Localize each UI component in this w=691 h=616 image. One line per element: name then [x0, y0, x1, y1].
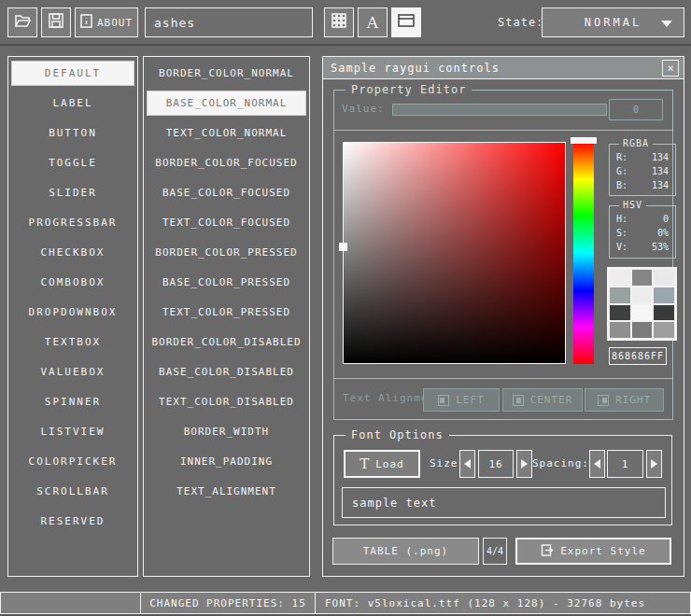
h-label: H:: [616, 214, 628, 224]
v-value: 53%: [652, 242, 669, 252]
font-load-button[interactable]: T Load: [344, 450, 420, 478]
properties-list-item[interactable]: BASE_COLOR_NORMAL: [147, 91, 306, 116]
properties-list-item[interactable]: BORDER_COLOR_FOCUSED: [147, 150, 306, 175]
property-editor-group-label: Property Editor: [346, 83, 472, 96]
grid-icon: [331, 12, 347, 33]
color-swatch[interactable]: [654, 287, 674, 303]
b-value: 134: [652, 180, 669, 190]
properties-list-item[interactable]: INNER_PADDING: [147, 449, 306, 474]
controls-list-item[interactable]: TOGGLE: [11, 150, 134, 175]
font-view-button[interactable]: A: [358, 7, 388, 37]
style-table-view-button[interactable]: [324, 7, 354, 37]
properties-list-item[interactable]: TEXT_COLOR_FOCUSED: [147, 210, 306, 235]
color-swatch[interactable]: [610, 305, 630, 321]
font-size-value[interactable]: 16: [478, 450, 514, 478]
properties-list-item[interactable]: BASE_COLOR_FOCUSED: [147, 180, 306, 205]
color-picker-panel[interactable]: [343, 142, 566, 364]
controls-list-item[interactable]: COMBOBOX: [11, 270, 134, 295]
controls-list-item[interactable]: RESERVED: [11, 509, 134, 534]
g-value: 134: [652, 166, 669, 176]
font-options-group-label: Font Options: [346, 428, 449, 441]
export-icon: [541, 543, 554, 560]
font-options-group: Font Options T Load Size: 16 Spacing: 1 …: [333, 435, 672, 525]
about-button-label: ABOUT: [97, 17, 133, 29]
properties-list-item[interactable]: BORDER_COLOR_PRESSED: [147, 240, 306, 265]
color-swatch[interactable]: [632, 270, 653, 286]
controls-list-item[interactable]: SCROLLBAR: [11, 479, 134, 504]
controls-list-item[interactable]: CHECKBOX: [11, 240, 134, 265]
controls-list-item[interactable]: VALUEBOX: [11, 359, 134, 385]
export-pages-box[interactable]: 4/4: [483, 538, 507, 565]
properties-list-item[interactable]: BASE_COLOR_PRESSED: [147, 270, 306, 295]
color-picker-marker[interactable]: [339, 243, 347, 251]
style-name-input[interactable]: [145, 7, 313, 37]
properties-list-item[interactable]: BASE_COLOR_DISABLED: [147, 359, 306, 385]
properties-list-item[interactable]: BORDER_COLOR_NORMAL: [147, 61, 306, 86]
controls-list-item[interactable]: LISTVIEW: [11, 419, 134, 444]
hue-slider[interactable]: [573, 142, 594, 364]
font-spacing-value[interactable]: 1: [607, 450, 643, 478]
arrow-right-icon: [521, 459, 528, 469]
color-swatch[interactable]: [610, 322, 630, 338]
align-right-button[interactable]: RIGHT: [585, 388, 664, 412]
arrow-left-icon: [464, 459, 471, 469]
color-swatch[interactable]: [654, 270, 674, 286]
align-center-button[interactable]: CENTER: [502, 388, 583, 412]
value-label: Value:: [342, 103, 385, 115]
controls-list-item[interactable]: TEXTBOX: [11, 329, 134, 355]
export-format-label: TABLE (.png): [363, 545, 448, 557]
s-value: 0%: [657, 228, 669, 238]
controls-list-item[interactable]: SLIDER: [11, 180, 134, 205]
rgba-group-label: RGBA: [619, 138, 653, 148]
controls-window-toggle-button[interactable]: [391, 7, 421, 37]
about-button[interactable]: ABOUT: [75, 7, 138, 37]
window-icon: [397, 12, 416, 33]
color-swatch[interactable]: [632, 305, 653, 321]
font-spacing-increment-button[interactable]: [646, 450, 662, 478]
text-t-icon: T: [360, 455, 370, 472]
save-style-button[interactable]: [41, 7, 71, 37]
value-box[interactable]: 0: [609, 99, 663, 120]
export-style-button[interactable]: Export Style: [515, 538, 671, 565]
font-size-decrement-button[interactable]: [459, 450, 475, 478]
hsv-row-h: H: 0: [610, 212, 675, 226]
controls-list-item[interactable]: SPINNER: [11, 389, 134, 414]
b-label: B:: [616, 180, 628, 190]
window-close-button[interactable]: ×: [662, 60, 679, 77]
color-swatch[interactable]: [610, 287, 630, 303]
properties-list-item[interactable]: BORDER_WIDTH: [147, 419, 306, 444]
color-swatch[interactable]: [654, 305, 674, 321]
hue-slider-handle[interactable]: [571, 137, 597, 144]
statusbar-changed-properties: CHANGED PROPERTIES: 15: [140, 592, 316, 614]
controls-list-item[interactable]: PROGRESSBAR: [11, 210, 134, 235]
color-swatch[interactable]: [610, 270, 630, 286]
state-dropdown[interactable]: NORMAL: [542, 7, 684, 37]
export-format-dropdown[interactable]: TABLE (.png): [332, 538, 479, 565]
color-swatch[interactable]: [654, 322, 674, 338]
properties-list-item[interactable]: TEXT_ALIGNMENT: [147, 479, 306, 504]
controls-list-item[interactable]: DEFAULT: [11, 61, 134, 86]
align-left-button[interactable]: LEFT: [423, 388, 500, 412]
open-style-button[interactable]: [7, 7, 37, 37]
hex-color-input[interactable]: 868686FF: [609, 347, 667, 365]
controls-list-item[interactable]: COLORPICKER: [11, 449, 134, 474]
properties-list-item[interactable]: BORDER_COLOR_DISABLED: [147, 329, 306, 355]
align-left-icon: [438, 395, 449, 406]
controls-list-item[interactable]: BUTTON: [11, 120, 134, 146]
properties-list-item[interactable]: TEXT_COLOR_PRESSED: [147, 300, 306, 325]
value-slider[interactable]: [392, 104, 607, 116]
rguistyler-app: { "toolbar": { "about_label": "ABOUT", "…: [0, 0, 691, 616]
arrow-left-icon: [594, 459, 600, 469]
controls-list-item[interactable]: DROPDOWNBOX: [11, 300, 134, 325]
arrow-right-icon: [651, 459, 657, 469]
color-swatch[interactable]: [632, 287, 653, 303]
font-size-increment-button[interactable]: [516, 450, 532, 478]
color-swatch[interactable]: [632, 322, 653, 338]
changed-properties-text: CHANGED PROPERTIES: 15: [149, 597, 306, 609]
sample-text-input[interactable]: sample text: [342, 487, 666, 518]
properties-list-item[interactable]: TEXT_COLOR_NORMAL: [147, 120, 306, 146]
properties-list-item[interactable]: TEXT_COLOR_DISABLED: [147, 389, 306, 414]
controls-list-item[interactable]: LABEL: [11, 91, 134, 116]
font-spacing-decrement-button[interactable]: [589, 450, 605, 478]
font-info-text: FONT: v5loxical.ttf (128 x 128) - 32768 …: [325, 597, 645, 609]
